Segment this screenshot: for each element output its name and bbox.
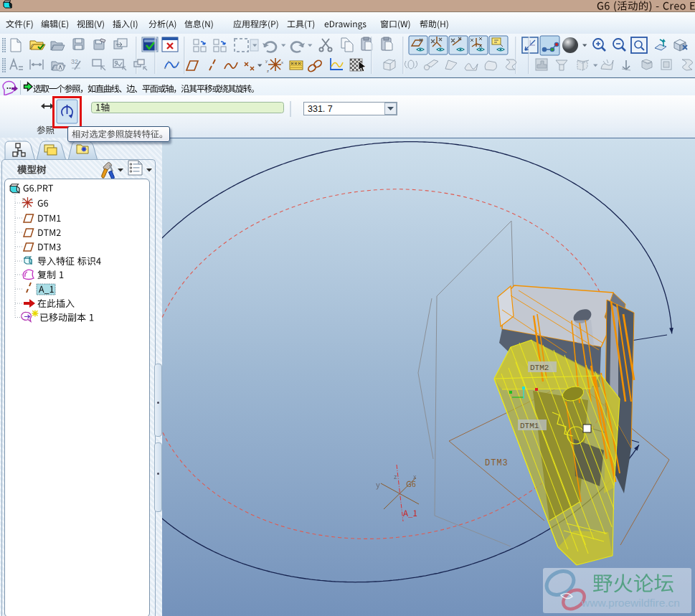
svg-text:DTM1: DTM1: [520, 422, 539, 430]
svg-text:x: x: [31, 197, 33, 202]
svg-text:DTM2: DTM2: [530, 364, 549, 372]
svg-text:32: 32: [71, 58, 78, 65]
svg-text:DTM3: DTM3: [485, 458, 509, 468]
svg-text:www.proewildfire.cn: www.proewildfire.cn: [581, 597, 680, 609]
svg-text:y: y: [265, 59, 268, 63]
svg-text:x: x: [281, 60, 283, 65]
svg-text:331. 7: 331. 7: [308, 104, 333, 114]
svg-text:z: z: [267, 69, 269, 73]
